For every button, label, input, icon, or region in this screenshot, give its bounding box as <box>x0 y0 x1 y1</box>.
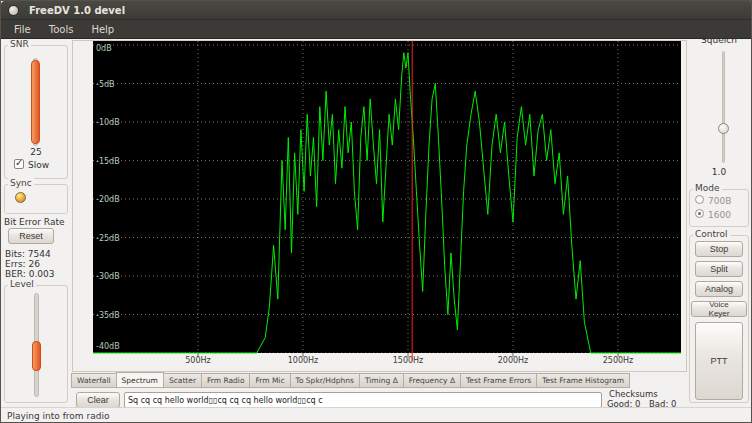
squelch-value: 1.0 <box>687 167 751 177</box>
ber-value: BER: 0.003 <box>5 269 55 279</box>
x-axis-tick-label: 500Hz <box>185 356 210 365</box>
y-axis-tick-label: 0dB <box>96 44 112 53</box>
stop-button[interactable]: Stop <box>695 241 743 257</box>
squelch-slider-handle[interactable] <box>718 123 729 134</box>
squelch-slider-track[interactable] <box>722 51 725 163</box>
x-axis-tick-label: 1000Hz <box>288 356 319 365</box>
tab-timing-delta[interactable]: Timing Δ <box>359 373 404 388</box>
snr-gauge-bar <box>31 60 40 144</box>
tab-frm-mic[interactable]: Frm Mic <box>249 373 290 388</box>
y-axis-tick-label: -5dB <box>96 80 115 89</box>
y-axis-tick-label: -40dB <box>96 342 120 351</box>
freedv-window: FreeDV 1.0 devel File Tools Help SNR 25 … <box>0 0 752 423</box>
split-button[interactable]: Split <box>695 261 743 277</box>
tab-frm-radio[interactable]: Frm Radio <box>201 373 251 388</box>
reset-button[interactable]: Reset <box>8 228 54 244</box>
plot-tabs: Waterfall Spectrum Scatter Frm Radio Frm… <box>72 372 630 388</box>
menubar: File Tools Help <box>1 20 752 39</box>
y-axis-tick-label: -10dB <box>96 118 120 127</box>
sync-led-indicator <box>15 192 26 203</box>
voice-keyer-button[interactable]: Voice Keyer <box>691 301 747 317</box>
snr-label: SNR <box>8 39 31 49</box>
mode-radio-700b[interactable] <box>695 195 704 204</box>
x-axis-tick-label: 1500Hz <box>393 356 424 365</box>
window-title: FreeDV 1.0 devel <box>29 1 125 20</box>
errs-count: Errs: 26 <box>5 259 40 269</box>
y-axis-tick-label: -35dB <box>96 311 120 320</box>
ptt-button[interactable]: PTT <box>695 322 743 400</box>
tab-to-spkr-hdphns[interactable]: To Spkr/Hdphns <box>290 373 360 388</box>
tab-waterfall[interactable]: Waterfall <box>71 373 117 388</box>
menu-help[interactable]: Help <box>82 20 123 39</box>
tab-spectrum[interactable]: Spectrum <box>116 372 164 388</box>
level-slider-handle[interactable] <box>32 341 41 371</box>
clear-button[interactable]: Clear <box>76 392 120 408</box>
tab-test-frame-histogram[interactable]: Test Frame Histogram <box>536 373 630 388</box>
x-axis-tick-label: 2500Hz <box>603 356 634 365</box>
mode-label: Mode <box>693 183 722 193</box>
x-axis-tick-label: 2000Hz <box>498 356 529 365</box>
status-bar: Playing into from radio <box>1 407 752 423</box>
slow-checkbox-label: Slow <box>28 160 49 170</box>
ber-section-label: Bit Error Rate <box>4 217 65 227</box>
y-axis-tick-label: -30dB <box>96 272 120 281</box>
squelch-label: Squelch <box>687 35 751 45</box>
spectrum-plot-panel: 0dB-5dB-10dB-15dB-20dB-25dB-30dB-35dB-40… <box>72 40 687 372</box>
y-axis-tick-label: -20dB <box>96 195 120 204</box>
checksums-label: Checksums <box>609 389 658 399</box>
mode-radio-1600[interactable] <box>695 209 704 218</box>
mode-radio-1600-label: 1600 <box>708 210 731 220</box>
check-icon: ✓ <box>15 157 23 168</box>
window-close-button[interactable] <box>8 5 19 16</box>
menu-file[interactable]: File <box>5 20 40 39</box>
tab-test-frame-errors[interactable]: Test Frame Errors <box>460 373 537 388</box>
bits-count: Bits: 7544 <box>5 249 51 259</box>
tx-text-input[interactable] <box>124 392 602 408</box>
y-axis-tick-label: -25dB <box>96 234 120 243</box>
sync-label: Sync <box>8 178 34 188</box>
analog-button[interactable]: Analog <box>695 281 743 297</box>
level-label: Level <box>8 279 36 289</box>
tab-scatter[interactable]: Scatter <box>163 373 202 388</box>
tab-frequency-delta[interactable]: Frequency Δ <box>403 373 461 388</box>
plot-background <box>93 41 681 353</box>
titlebar: FreeDV 1.0 devel <box>1 1 752 20</box>
menu-tools[interactable]: Tools <box>40 20 83 39</box>
spectrum-plot[interactable]: 0dB-5dB-10dB-15dB-20dB-25dB-30dB-35dB-40… <box>73 41 686 371</box>
snr-value: 25 <box>1 147 71 157</box>
mode-radio-700b-label: 700B <box>708 196 731 206</box>
sync-groupbox <box>4 184 68 214</box>
slow-checkbox[interactable]: ✓ <box>14 159 24 169</box>
control-label: Control <box>693 229 730 239</box>
y-axis-tick-label: -15dB <box>96 157 120 166</box>
